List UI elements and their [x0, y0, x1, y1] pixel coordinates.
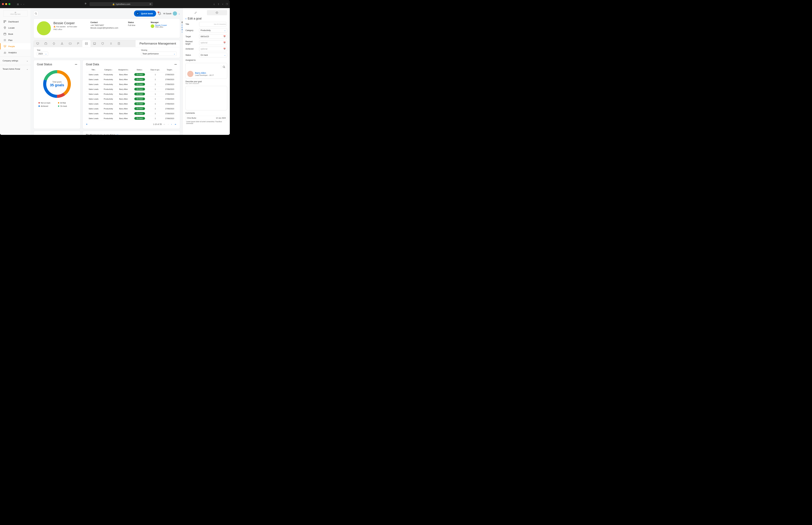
cell-target: 27/06/2023	[163, 96, 177, 101]
tab-performance[interactable]	[82, 40, 90, 47]
address-bar[interactable]: 🔒 hybridhero.com ⟳	[90, 2, 153, 6]
sidebar-item-plan[interactable]: Plan	[0, 37, 31, 43]
more-icon[interactable]: •••	[75, 63, 77, 66]
table-row[interactable]: Sales Leads Productivity Barry Allen On …	[86, 77, 177, 82]
category-value: Productivity	[201, 29, 211, 31]
back-icon[interactable]: ‹	[185, 17, 186, 20]
describe-textarea[interactable]	[185, 86, 227, 110]
revised-date-input[interactable]: optional 📅	[199, 41, 227, 45]
tab-monitor[interactable]	[34, 40, 42, 47]
cell-category: Productivity	[101, 72, 116, 77]
cell-days: 1	[148, 77, 163, 82]
tab-desktop[interactable]	[90, 40, 98, 47]
report-more[interactable]: + 5 more	[182, 31, 183, 33]
sidebar-item-people[interactable]: People	[0, 43, 31, 49]
assigned-search-input[interactable]	[187, 65, 220, 69]
cell-days: 1	[148, 101, 163, 106]
quick-book-button[interactable]: + Quick book	[134, 11, 156, 17]
assignee-name[interactable]: Barry Allen	[195, 72, 214, 74]
cell-title: Sales Leads	[86, 92, 101, 96]
sidebar-item-analytics[interactable]: Analytics	[0, 49, 31, 56]
add-row-button[interactable]: +	[86, 123, 88, 126]
table-row[interactable]: Sales Leads Productivity Barry Allen On …	[86, 106, 177, 111]
contact-email: Bessie.cooper@hybridhero.com	[90, 27, 118, 29]
column-header[interactable]: Days to go▴▾	[148, 68, 163, 72]
table-row[interactable]: Sales Leads Productivity Barry Allen On …	[86, 96, 177, 101]
logo-placeholder: Client logo here	[10, 13, 20, 15]
column-header[interactable]: Title▴▾	[86, 68, 101, 72]
year-select[interactable]: 2023 ⌄	[37, 52, 48, 56]
cell-days: 1	[148, 106, 163, 111]
tab-list[interactable]	[107, 40, 115, 47]
new-tab-icon[interactable]: +	[222, 3, 223, 5]
column-header[interactable]: Target▴▾	[163, 68, 177, 72]
table-row[interactable]: Sales Leads Productivity Barry Allen On …	[86, 116, 177, 121]
tab-notes[interactable]	[115, 40, 123, 47]
target-date-input[interactable]: 08/Oct/23 📅	[199, 34, 227, 39]
tab-travel[interactable]	[50, 40, 58, 47]
sidebar-item-dashboard[interactable]: Dashboard	[0, 18, 31, 25]
sidebar-toggle-icon[interactable]: ▥	[17, 3, 19, 5]
cell-title: Sales Leads	[86, 82, 101, 87]
table-row[interactable]: Sales Leads Productivity Barry Allen On …	[86, 87, 177, 92]
sidebar-item-book[interactable]: Book	[0, 31, 31, 37]
table-row[interactable]: Sales Leads Productivity Barry Allen On …	[86, 111, 177, 116]
viewing-select[interactable]: Team performance ⌄	[141, 52, 177, 56]
search-icon[interactable]	[223, 65, 226, 69]
category-select[interactable]: Productivity ⌄	[199, 28, 227, 33]
tab-shield[interactable]	[98, 40, 107, 47]
revised-field-label: Revised target	[185, 41, 198, 45]
table-row[interactable]: Sales Leads Productivity Barry Allen On …	[86, 72, 177, 77]
report-link[interactable]: Ralph Edwards	[182, 29, 183, 31]
more-icon[interactable]: •••	[174, 63, 177, 66]
table-row[interactable]: Sales Leads Productivity Barry Allen On …	[86, 101, 177, 106]
pager-first[interactable]: ⇤	[163, 122, 166, 126]
history-tab[interactable]	[207, 10, 227, 15]
reload-icon[interactable]: ⟳	[150, 3, 151, 5]
user-menu[interactable]: Hi Sarah ⌄	[163, 11, 180, 16]
panel-title: Edit a goal	[188, 17, 201, 20]
search-button[interactable]	[33, 11, 38, 16]
tab-id[interactable]	[66, 40, 74, 47]
report-link[interactable]: Cody Fisher	[182, 24, 183, 26]
cell-status: On track	[132, 101, 148, 106]
legend-label: At Risk	[60, 102, 66, 104]
sidebar-company-settings[interactable]: Company settings ⌄	[0, 58, 31, 64]
minimize-window[interactable]	[5, 3, 7, 5]
describe-hint: Max 1500 characters	[185, 83, 227, 84]
more-icon[interactable]: •••	[174, 134, 177, 135]
notifications-button[interactable]	[158, 12, 161, 15]
share-icon[interactable]: ⇧	[218, 3, 219, 5]
tab-org[interactable]	[58, 40, 66, 47]
tabs-icon[interactable]: ❐	[226, 3, 228, 5]
cell-title: Sales Leads	[86, 101, 101, 106]
manager-name[interactable]: Bessie Cooper	[155, 24, 167, 26]
sidebar-item-label: Analytics	[8, 51, 17, 54]
maximize-window[interactable]	[9, 3, 11, 5]
cell-category: Productivity	[101, 111, 116, 116]
back-icon[interactable]: ‹	[21, 3, 21, 5]
close-window[interactable]	[2, 3, 4, 5]
shield-icon[interactable]: ◑	[85, 2, 86, 6]
column-header[interactable]: Assigned to▴▾	[116, 68, 132, 72]
tab-briefcase[interactable]	[42, 40, 50, 47]
achieved-date-input[interactable]: optional 📅	[199, 47, 227, 51]
download-icon[interactable]: ⤓	[213, 3, 215, 5]
report-link[interactable]: Eleanor Pena	[182, 27, 183, 28]
client-logo: 🖼 Client logo here	[3, 10, 28, 17]
info-icon[interactable]: ⓘ	[116, 134, 119, 135]
sidebar-tenant-portal[interactable]: Tenant Admin Portal ⌄	[0, 66, 31, 72]
status-select[interactable]: On track ⌄	[199, 53, 227, 57]
tab-flag[interactable]	[74, 40, 82, 47]
pager-last[interactable]: ⇥	[174, 122, 177, 126]
title-field-label: Title	[185, 23, 198, 25]
table-row[interactable]: Sales Leads Productivity Barry Allen On …	[86, 92, 177, 96]
sidebar-item-locate[interactable]: Locate	[0, 25, 31, 31]
column-header[interactable]: Status▴▾	[132, 68, 148, 72]
pager-prev[interactable]: ‹	[167, 122, 169, 126]
edit-tab[interactable]	[185, 10, 206, 15]
table-row[interactable]: Sales Leads Productivity Barry Allen On …	[86, 82, 177, 87]
pager-next[interactable]: ›	[170, 122, 172, 126]
column-header[interactable]: Category▴▾	[101, 68, 116, 72]
svg-rect-4	[4, 33, 6, 35]
